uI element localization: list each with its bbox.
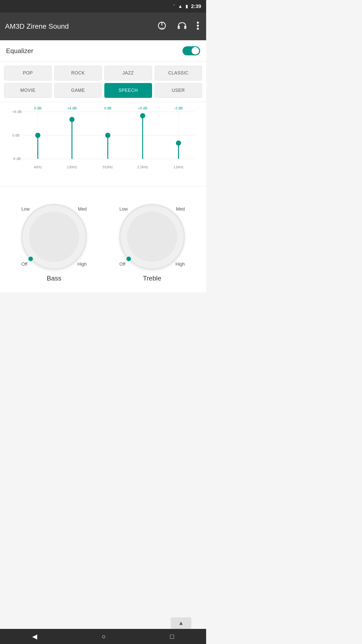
back-button[interactable]: ◀	[30, 630, 40, 643]
headphones-button[interactable]	[174, 18, 190, 35]
svg-text:ON: ON	[160, 27, 164, 30]
equalizer-toggle[interactable]	[183, 46, 200, 55]
treble-indicator	[126, 257, 131, 261]
svg-text:0 dB: 0 dB	[104, 106, 111, 110]
equalizer-label: Equalizer	[6, 47, 33, 55]
svg-text:0 dB: 0 dB	[12, 133, 20, 137]
genre-user[interactable]: USER	[155, 83, 202, 98]
svg-text:+6 dB: +6 dB	[12, 110, 22, 114]
genre-grid: POP ROCK JAZZ CLASSIC MOVIE GAME SPEECH …	[0, 62, 206, 102]
bass-knob-inner	[29, 212, 79, 262]
svg-text:0 dB: 0 dB	[34, 106, 41, 110]
svg-text:+4 dB: +4 dB	[67, 106, 77, 110]
svg-point-9	[197, 28, 199, 30]
treble-med-label: Med	[176, 207, 185, 212]
recents-button[interactable]: □	[167, 630, 176, 643]
equalizer-header: Equalizer	[0, 40, 206, 62]
treble-high-label: High	[175, 262, 185, 267]
treble-knob-area[interactable]: Low Med Off High	[117, 202, 187, 272]
genre-rock[interactable]: ROCK	[54, 66, 102, 80]
toggle-knob	[192, 47, 199, 55]
nav-bar: ◀ ○ □	[0, 629, 206, 644]
home-button[interactable]: ○	[99, 630, 108, 643]
svg-text:-6 dB: -6 dB	[12, 157, 21, 161]
genre-game[interactable]: GAME	[54, 83, 102, 98]
genre-movie[interactable]: MOVIE	[4, 83, 52, 98]
svg-text:510Hz: 510Hz	[103, 165, 113, 169]
bass-indicator	[28, 257, 33, 261]
svg-text:11kHz: 11kHz	[173, 165, 184, 169]
genre-pop[interactable]: POP	[4, 66, 52, 80]
svg-point-8	[197, 25, 199, 27]
main-content: Equalizer POP ROCK JAZZ CLASSIC MOVIE GA…	[0, 40, 206, 292]
treble-label: Treble	[143, 274, 161, 282]
app-bar-actions: ON	[154, 18, 201, 35]
bass-knob-area[interactable]: Low Med Off High	[19, 202, 89, 272]
app-bar: AM3D Zirene Sound ON	[0, 13, 206, 40]
equalizer-chart: +6 dB 0 dB -6 dB 0 dB 40Hz +4 dB 130Hz 0…	[0, 102, 206, 186]
wifi-icon: ▲	[178, 4, 183, 9]
svg-point-39	[176, 141, 181, 146]
bass-label: Bass	[47, 274, 61, 282]
treble-off-label: Off	[119, 262, 125, 267]
svg-text:2.2kHz: 2.2kHz	[137, 165, 148, 169]
treble-knob[interactable]	[119, 204, 185, 269]
genre-jazz[interactable]: JAZZ	[104, 66, 152, 80]
treble-knob-container: Low Med Off High Treble	[117, 202, 187, 282]
treble-knob-inner	[127, 212, 177, 262]
status-time: 2:39	[191, 4, 201, 9]
svg-point-24	[69, 117, 75, 122]
expand-button[interactable]: ▲	[171, 617, 191, 629]
svg-text:+5 dB: +5 dB	[138, 106, 147, 110]
bass-low-label: Low	[21, 207, 30, 212]
bluetooth-icon: ʿ️	[173, 4, 175, 9]
svg-point-19	[35, 133, 40, 138]
bass-high-label: High	[77, 262, 87, 267]
svg-point-34	[140, 113, 145, 118]
svg-text:130Hz: 130Hz	[67, 165, 77, 169]
eq-chart-svg: +6 dB 0 dB -6 dB 0 dB 40Hz +4 dB 130Hz 0…	[5, 105, 201, 180]
svg-text:40Hz: 40Hz	[34, 165, 42, 169]
bass-knob-container: Low Med Off High Bass	[19, 202, 89, 282]
bottom-bar: ▲	[171, 617, 191, 629]
svg-text:-2 dB: -2 dB	[174, 106, 183, 110]
battery-icon: ▮	[186, 4, 188, 9]
svg-point-7	[197, 22, 199, 24]
bass-knob[interactable]	[21, 204, 87, 269]
app-title: AM3D Zirene Sound	[5, 22, 69, 30]
bass-off-label: Off	[21, 262, 27, 267]
treble-low-label: Low	[119, 207, 128, 212]
bass-med-label: Med	[78, 207, 87, 212]
genre-speech[interactable]: SPEECH	[104, 83, 152, 98]
more-options-button[interactable]	[195, 18, 201, 35]
status-bar: ʿ️ ▲ ▮ 2:39	[0, 0, 206, 13]
on-button[interactable]: ON	[154, 18, 169, 35]
knobs-section: Low Med Off High Bass Low	[0, 186, 206, 292]
genre-classic[interactable]: CLASSIC	[155, 66, 202, 80]
svg-point-29	[105, 133, 110, 138]
